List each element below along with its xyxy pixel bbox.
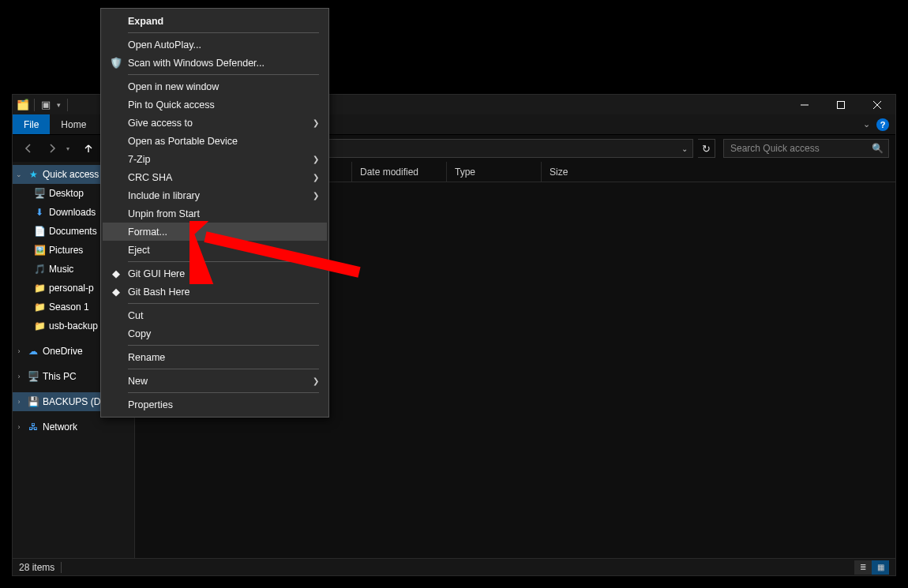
view-icons-button[interactable]: ▦ [872,560,889,575]
ctx-label: Git GUI Here [128,268,185,279]
back-button[interactable] [19,139,38,158]
ctx-open-portable-device[interactable]: Open as Portable Device [103,132,327,150]
ctx-label: Properties [128,399,173,410]
view-details-button[interactable]: ≣ [854,560,872,575]
ctx-git-gui[interactable]: ◆ Git GUI Here [103,264,327,283]
chevron-right-icon[interactable]: › [14,347,24,355]
ctx-label: Cut [128,310,143,321]
qat-save-icon[interactable]: ▣ [39,98,53,112]
pictures-icon: 🖼️ [33,244,46,257]
sidebar-label: personal-p [49,283,94,294]
forward-button[interactable] [43,139,62,158]
download-icon: ⬇ [33,206,46,219]
ctx-pin-quick-access[interactable]: Pin to Quick access [103,96,327,114]
ctx-unpin-from-start[interactable]: Unpin from Start [103,204,327,223]
column-header-size[interactable]: Size [542,162,636,182]
sidebar-label: usb-backup [49,320,98,331]
star-icon: ★ [27,168,39,181]
help-icon[interactable]: ? [876,118,889,131]
ctx-label: New [128,376,148,387]
ctx-open-new-window[interactable]: Open in new window [103,77,327,96]
git-icon: ◆ [109,285,123,299]
ctx-copy[interactable]: Copy [103,324,327,343]
folder-icon: 📁 [33,282,46,294]
ctx-separator [128,345,319,346]
ctx-eject[interactable]: Eject [103,241,327,259]
ctx-label: Eject [128,245,150,256]
ctx-new[interactable]: New❯ [103,372,327,390]
sidebar-label: Season 1 [49,301,89,313]
ctx-label: Unpin from Start [128,208,200,219]
sidebar-label: Quick access [43,169,99,180]
ribbon-tab-file[interactable]: File [13,114,50,134]
refresh-button[interactable]: ↻ [698,139,715,158]
sidebar-label: Network [43,421,77,433]
ctx-label: Include in library [128,190,200,201]
search-input[interactable] [729,142,869,155]
ctx-label: Scan with Windows Defender... [128,58,265,69]
ctx-expand[interactable]: Expand [103,12,327,30]
qat-dropdown-icon[interactable]: ▾ [54,101,63,109]
ctx-scan-defender[interactable]: 🛡️ Scan with Windows Defender... [103,54,327,72]
chevron-right-icon: ❯ [313,191,319,200]
chevron-right-icon[interactable]: › [14,398,24,406]
ribbon-tab-home[interactable]: Home [50,114,97,134]
folder-icon: 📁 [33,301,46,313]
chevron-right-icon[interactable]: › [14,373,24,380]
minimize-button[interactable] [786,95,823,114]
ctx-git-bash[interactable]: ◆ Git Bash Here [103,283,327,301]
drive-icon: 💾 [27,395,39,408]
sidebar-label: BACKUPS (D:) [43,396,107,407]
ctx-open-autoplay[interactable]: Open AutoPlay... [103,36,327,54]
ctx-label: Format... [128,227,167,238]
ctx-format[interactable]: Format... [103,223,327,241]
ctx-properties[interactable]: Properties [103,395,327,414]
document-icon: 📄 [33,225,46,238]
desktop-icon: 🖥️ [33,187,46,200]
sidebar-label: This PC [43,371,77,382]
titlebar-left: 🗂️ ▣ ▾ [13,98,70,112]
column-header-date[interactable]: Date modified [352,162,447,182]
chevron-right-icon: ❯ [313,173,319,182]
ctx-label: Pin to Quick access [128,99,215,110]
ctx-label: 7-Zip [128,154,150,165]
ctx-separator [128,369,319,369]
ctx-separator [128,74,319,75]
close-button[interactable] [859,95,895,114]
context-menu: Expand Open AutoPlay... 🛡️ Scan with Win… [100,8,329,418]
sidebar-label: OneDrive [43,346,83,357]
chevron-right-icon: ❯ [313,155,319,163]
ctx-label: Give access to [128,118,193,129]
sidebar-label: Documents [49,226,97,237]
sidebar-label: Downloads [49,207,96,218]
chevron-right-icon: ❯ [313,118,319,127]
ctx-include-in-library[interactable]: Include in library❯ [103,186,327,204]
address-dropdown-icon[interactable]: ⌄ [677,144,692,153]
sidebar-label: Pictures [49,245,83,256]
ctx-7zip[interactable]: 7-Zip❯ [103,150,327,168]
ctx-label: Open AutoPlay... [128,39,201,51]
sidebar-item-network[interactable]: › 🖧 Network [13,418,134,436]
window-controls [786,95,895,114]
sidebar-label: Desktop [49,188,84,199]
ctx-label: Git Bash Here [128,287,190,298]
chevron-right-icon[interactable]: › [14,423,24,431]
maximize-button[interactable] [823,95,859,114]
up-button[interactable] [79,139,98,158]
titlebar-separator [67,99,68,111]
history-dropdown-icon[interactable]: ▾ [66,145,74,152]
svg-rect-0 [838,101,845,108]
status-bar: 28 items ≣ ▦ [13,558,895,575]
ctx-crc-sha[interactable]: CRC SHA❯ [103,168,327,186]
ctx-cut[interactable]: Cut [103,306,327,324]
search-box[interactable]: 🔍 [723,139,889,158]
ribbon-collapse-icon[interactable]: ⌄ [863,119,870,129]
ctx-separator [128,261,319,262]
column-header-type[interactable]: Type [447,162,542,182]
ctx-rename[interactable]: Rename [103,348,327,366]
folder-icon: 📁 [33,320,46,332]
ctx-give-access-to[interactable]: Give access to❯ [103,114,327,132]
search-icon: 🔍 [872,143,884,154]
pc-icon: 🖥️ [27,370,39,383]
chevron-down-icon[interactable]: ⌄ [14,170,24,178]
